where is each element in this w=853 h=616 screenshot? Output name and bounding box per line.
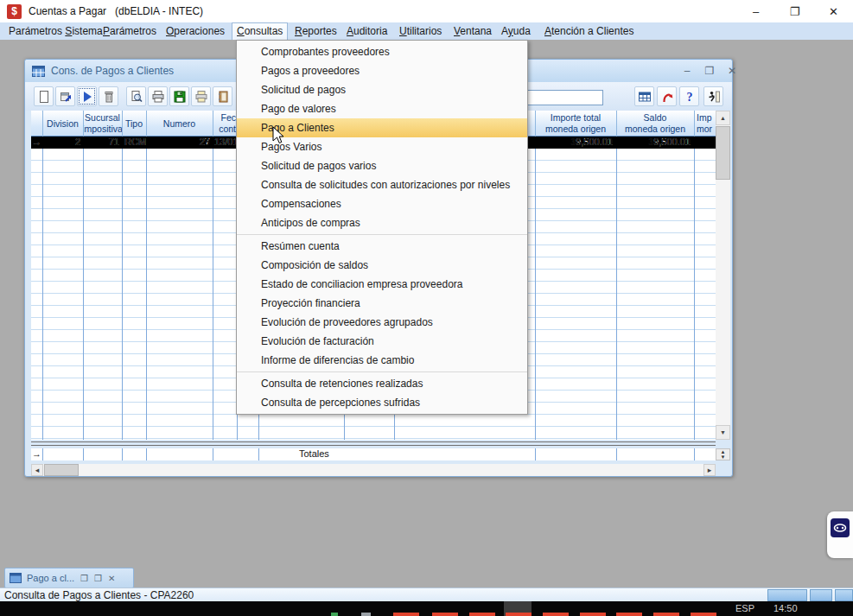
open-form-button[interactable] <box>55 86 75 106</box>
menubar-item[interactable]: Consultas <box>232 22 288 40</box>
grid-icon <box>32 66 45 77</box>
taskbar-language[interactable]: ESP <box>735 603 754 613</box>
close-button[interactable]: ✕ <box>814 0 853 22</box>
menu-item[interactable]: Resúmen cuenta <box>237 237 527 256</box>
taskbar-icon[interactable] <box>616 613 642 616</box>
menu-item[interactable]: Consulta de solicitudes con autorizacion… <box>237 175 527 194</box>
scroll-up-arrow[interactable]: ▲ <box>716 111 730 125</box>
header-numero[interactable]: Numero <box>146 111 213 137</box>
new-record-button[interactable] <box>34 86 54 106</box>
taskbar-icon[interactable] <box>469 613 495 616</box>
delete-record-button[interactable] <box>99 86 118 106</box>
taskbar-icon[interactable] <box>691 613 716 616</box>
header-tipo[interactable]: Tipo <box>122 111 146 137</box>
horizontal-scroll-thumb[interactable] <box>44 464 79 476</box>
scroll-left-arrow[interactable]: ◂ <box>31 464 43 476</box>
header-saldo[interactable]: Saldomoneda origen <box>616 111 694 137</box>
taskbar-icon[interactable] <box>653 613 679 616</box>
print-button[interactable] <box>148 86 168 106</box>
row-pointer-icon <box>31 448 42 460</box>
maximize-button[interactable]: ❐ <box>94 574 102 583</box>
header-fecha[interactable]: Feccont <box>213 111 236 137</box>
header-importe-total[interactable]: Importe totalmoneda origen <box>535 111 616 137</box>
cell-importe-total[interactable]: 38,000.01 <box>535 137 616 149</box>
menu-item[interactable]: Pagos a proveedores <box>237 61 527 80</box>
taskbar-icon[interactable] <box>393 613 419 616</box>
run-query-button[interactable] <box>77 86 97 106</box>
taskbar-icon[interactable] <box>580 613 606 616</box>
cell-division[interactable]: 2 <box>42 137 83 149</box>
menu-item[interactable]: Comprobantes proveedores <box>237 42 527 61</box>
cell-sucursal[interactable]: 71 <box>83 137 122 149</box>
save-button[interactable] <box>169 86 189 106</box>
vertical-scroll-thumb[interactable] <box>716 126 730 180</box>
scroll-down-arrow[interactable]: ▼ <box>716 425 730 440</box>
window-icon <box>10 573 22 583</box>
menu-item[interactable]: Evolución de facturación <box>237 332 527 351</box>
menubar-item[interactable]: Auditoria <box>342 22 391 40</box>
menu-item[interactable]: Informe de diferencias de cambio <box>237 351 527 372</box>
vertical-scrollbar[interactable]: ▲ ▼ <box>716 111 730 440</box>
taskbar-icon[interactable] <box>361 613 371 616</box>
menu-item[interactable]: Estado de conciliacion empresa proveedor… <box>237 275 527 294</box>
menubar-item[interactable]: Ventana <box>449 22 496 40</box>
child-maximize-button[interactable]: ❐ <box>700 63 719 79</box>
taskbar-icon[interactable] <box>432 613 458 616</box>
menu-item[interactable]: Evolución de proveedores agrupados <box>237 313 527 332</box>
menu-item[interactable]: Anticipos de compras <box>237 213 527 235</box>
svg-text:?: ? <box>686 91 692 104</box>
mouse-cursor <box>272 126 286 145</box>
menubar-item[interactable]: Parámetros Sistema <box>4 22 107 40</box>
totals-spinner[interactable]: ▲▼ <box>716 448 730 460</box>
header-importe-2[interactable]: Impmor <box>694 111 716 137</box>
menu-item[interactable]: Consulta de retenciones realizadas <box>237 374 527 393</box>
help-icon: ? <box>683 90 697 104</box>
taskbar-clock[interactable]: 14:50 <box>773 603 798 613</box>
menu-item[interactable]: Pago de valores <box>237 99 527 118</box>
data-grid-button[interactable] <box>634 86 654 106</box>
exit-button[interactable] <box>703 86 723 106</box>
row-pointer-icon <box>31 137 42 149</box>
menubar-item[interactable]: Atención a Clientes <box>540 22 638 40</box>
minimize-button[interactable]: – <box>736 0 775 22</box>
menu-item[interactable]: Compensaciones <box>237 194 527 213</box>
menu-item[interactable]: Consulta de percepciones sufridas <box>237 393 527 412</box>
menubar-item[interactable]: Utilitarios <box>395 22 446 40</box>
cell-numero[interactable]: 29 <box>146 137 213 149</box>
taskbar-icon[interactable] <box>331 613 338 616</box>
menubar-item[interactable]: Parámetros <box>99 22 161 40</box>
menubar-item[interactable]: Reportes <box>290 22 341 40</box>
minimized-window[interactable]: Pago a cl... ❐ ❐ ✕ <box>4 568 134 588</box>
remote-assist-handle[interactable] <box>827 511 853 558</box>
maximize-button[interactable]: ❐ <box>775 0 814 22</box>
restore-button[interactable]: ❐ <box>80 574 88 583</box>
header-division[interactable]: Division <box>42 111 83 137</box>
menubar-item[interactable]: Operaciones <box>162 22 229 40</box>
child-minimize-button[interactable]: – <box>678 63 697 79</box>
menu-item[interactable]: Proyección financiera <box>237 294 527 313</box>
graph-button[interactable] <box>657 86 677 106</box>
trash-icon <box>102 90 116 104</box>
statusbar-panel <box>810 589 832 601</box>
contacts-book-button[interactable] <box>213 86 232 106</box>
menu-item[interactable]: Solicitud de pagos varios <box>237 156 527 175</box>
contacts-book-icon <box>216 90 230 104</box>
print-preview-button[interactable] <box>126 86 146 106</box>
taskbar-icon[interactable] <box>506 613 532 616</box>
cell-tipo[interactable]: RCM <box>122 137 146 149</box>
taskbar-icon[interactable] <box>543 613 569 616</box>
menu-item[interactable]: Solicitud de pagos <box>237 80 527 99</box>
child-close-button[interactable]: ✕ <box>723 63 742 79</box>
grid-splitter[interactable] <box>31 440 716 448</box>
menu-item[interactable]: Composición de saldos <box>237 256 527 275</box>
remote-assist-icon <box>831 518 850 537</box>
scroll-right-arrow[interactable]: ▸ <box>703 464 716 476</box>
statusbar-panel <box>835 589 853 601</box>
help-button[interactable]: ? <box>679 86 699 106</box>
close-button[interactable]: ✕ <box>108 574 115 583</box>
cell-saldo[interactable]: 38,000.01 <box>616 137 694 149</box>
header-sucursal[interactable]: Sucursalimpositiva <box>83 111 122 137</box>
horizontal-scrollbar[interactable]: ◂ ▸ <box>31 464 716 476</box>
export-print-button[interactable] <box>191 86 211 106</box>
menubar-item[interactable]: Ayuda <box>497 22 535 40</box>
